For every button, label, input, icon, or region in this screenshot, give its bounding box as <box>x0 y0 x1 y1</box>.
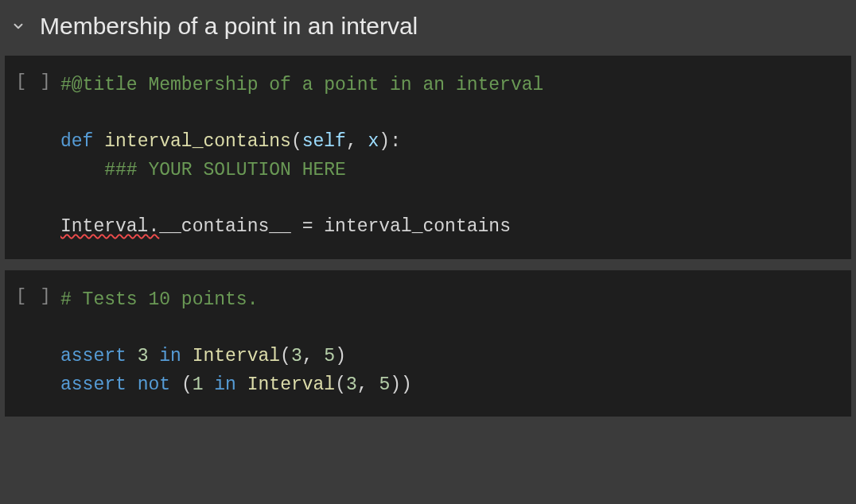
code-token: #@title Membership of a point in an inte… <box>60 75 543 95</box>
code-token: not <box>138 374 170 395</box>
code-editor[interactable]: # Tests 10 points. assert 3 in Interval(… <box>60 270 851 417</box>
code-token: 3 <box>138 346 149 366</box>
code-cell[interactable]: [ ] # Tests 10 points. assert 3 in Inter… <box>5 270 851 417</box>
chevron-down-icon[interactable] <box>11 19 25 33</box>
code-token: self <box>302 131 346 152</box>
code-token: ) <box>379 131 390 152</box>
code-token: assert <box>60 374 126 395</box>
code-token-error: . <box>148 216 159 237</box>
code-token: # Tests 10 points. <box>60 289 258 310</box>
code-token: ) <box>335 346 346 366</box>
code-token: in <box>148 346 192 366</box>
code-token: = <box>291 216 324 237</box>
code-token: , <box>357 374 379 395</box>
cell-execute-gutter[interactable]: [ ] <box>5 56 60 91</box>
code-editor[interactable]: #@title Membership of a point in an inte… <box>60 56 851 259</box>
code-token: : <box>390 131 401 152</box>
code-token: 3 <box>291 346 302 366</box>
section-title: Membership of a point in an interval <box>40 13 418 40</box>
code-token: ( <box>280 346 291 366</box>
code-token: ( <box>291 131 302 152</box>
code-token: interval_contains <box>104 131 291 152</box>
code-token: ) <box>401 374 412 395</box>
code-token: ) <box>390 374 401 395</box>
code-token <box>60 160 104 180</box>
code-token: ( <box>181 374 193 395</box>
section-header[interactable]: Membership of a point in an interval <box>0 0 856 51</box>
code-token: 5 <box>379 374 390 395</box>
code-token: def <box>60 131 93 152</box>
code-token-error: Interval <box>60 216 148 237</box>
code-token: interval_contains <box>324 216 511 237</box>
code-token: , <box>346 131 368 152</box>
cell-execute-gutter[interactable]: [ ] <box>5 270 60 306</box>
code-token: ### YOUR SOLUTION HERE <box>104 160 346 180</box>
code-token: x <box>368 131 379 152</box>
code-token <box>126 374 138 395</box>
code-token: assert <box>60 346 126 366</box>
code-token: 1 <box>193 374 204 395</box>
code-token: Interval <box>193 346 280 366</box>
code-token: Interval <box>247 374 335 395</box>
code-cell[interactable]: [ ] #@title Membership of a point in an … <box>5 56 851 259</box>
code-token <box>126 346 138 366</box>
code-token: , <box>302 346 325 366</box>
code-token: 5 <box>324 346 335 366</box>
code-token <box>170 374 181 395</box>
code-token: 3 <box>346 374 357 395</box>
code-token: ( <box>335 374 346 395</box>
code-token: in <box>204 374 247 395</box>
code-token: __contains__ <box>159 216 291 237</box>
